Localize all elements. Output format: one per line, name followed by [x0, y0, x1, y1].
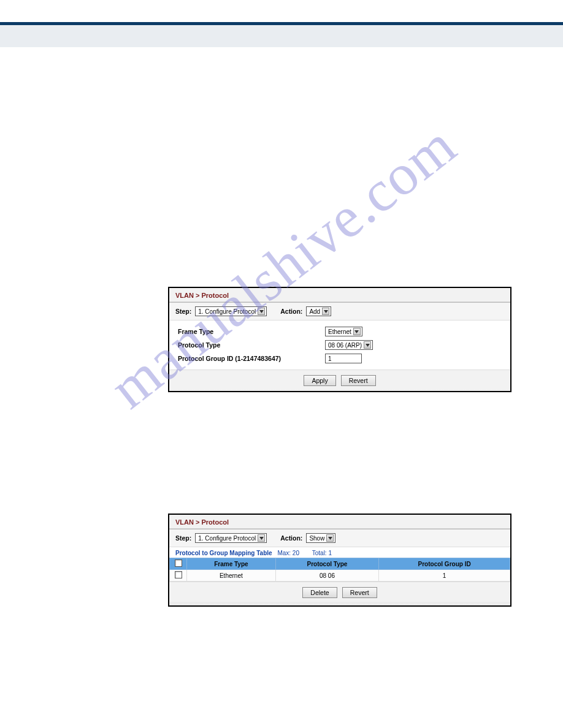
form-body: Frame Type Ethernet Protocol Type 08 06 … [169, 320, 510, 370]
step-select[interactable]: 1. Configure Protocol [195, 533, 267, 543]
step-select[interactable]: 1. Configure Protocol [195, 306, 267, 316]
svg-marker-3 [366, 344, 370, 347]
table-total: Total: 1 [312, 550, 332, 556]
protocol-group-id-input[interactable]: 1 [325, 354, 362, 363]
button-row: Apply Revert [169, 370, 510, 390]
step-select-value: 1. Configure Protocol [198, 535, 256, 542]
svg-marker-1 [324, 310, 328, 313]
action-label: Action: [280, 308, 302, 315]
table-header-row: Frame Type Protocol Type Protocol Group … [170, 558, 510, 570]
svg-marker-2 [354, 330, 359, 333]
frame-type-label: Frame Type [178, 328, 325, 335]
chevron-down-icon [258, 534, 265, 542]
cell-group-id: 1 [379, 570, 510, 582]
chevron-down-icon [326, 534, 334, 542]
row-checkbox[interactable] [175, 571, 182, 578]
cell-protocol-type: 08 06 [275, 570, 378, 582]
revert-button[interactable]: Revert [342, 587, 377, 598]
frame-type-value: Ethernet [328, 328, 351, 335]
breadcrumb: VLAN > Protocol [169, 515, 510, 528]
frame-type-select[interactable]: Ethernet [325, 327, 362, 336]
action-select-value: Add [309, 308, 320, 315]
step-action-row: Step: 1. Configure Protocol Action: Add [169, 303, 510, 320]
chevron-down-icon [364, 341, 371, 349]
chevron-down-icon [258, 308, 265, 315]
chevron-down-icon [322, 308, 329, 315]
protocol-type-select[interactable]: 08 06 (ARP) [325, 340, 373, 350]
table-row: Ethernet 08 06 1 [170, 570, 510, 582]
action-select[interactable]: Show [306, 533, 335, 543]
step-action-row: Step: 1. Configure Protocol Action: Show [169, 529, 510, 547]
col-frame-type: Frame Type [187, 558, 276, 570]
chevron-down-icon [353, 328, 361, 335]
svg-marker-4 [259, 537, 264, 540]
cell-frame-type: Ethernet [187, 570, 276, 582]
revert-button[interactable]: Revert [341, 375, 376, 386]
table-title: Protocol to Group Mapping Table [175, 550, 272, 556]
col-protocol-type: Protocol Type [275, 558, 378, 570]
step-label: Step: [175, 308, 191, 315]
action-label: Action: [280, 534, 302, 542]
action-select-value: Show [309, 535, 324, 542]
delete-button[interactable]: Delete [302, 587, 337, 598]
table-title-row: Protocol to Group Mapping Table Max: 20 … [169, 547, 510, 558]
table-max: Max: 20 [277, 550, 299, 556]
button-row: Delete Revert [169, 582, 510, 602]
apply-button[interactable]: Apply [304, 375, 335, 386]
protocol-config-panel-add: VLAN > Protocol Step: 1. Configure Proto… [168, 287, 511, 392]
step-select-value: 1. Configure Protocol [198, 308, 256, 315]
col-protocol-group-id: Protocol Group ID [379, 558, 510, 570]
protocol-type-value: 08 06 (ARP) [328, 342, 362, 349]
protocol-config-panel-show: VLAN > Protocol Step: 1. Configure Proto… [168, 514, 511, 607]
select-all-checkbox[interactable] [175, 559, 182, 567]
svg-marker-5 [328, 537, 332, 540]
protocol-type-label: Protocol Type [178, 341, 325, 349]
protocol-group-id-label: Protocol Group ID (1-2147483647) [178, 355, 325, 362]
protocol-mapping-table: Frame Type Protocol Type Protocol Group … [169, 558, 510, 582]
page-header-band [0, 25, 563, 47]
step-label: Step: [175, 534, 191, 542]
breadcrumb: VLAN > Protocol [169, 288, 510, 301]
action-select[interactable]: Add [306, 306, 331, 316]
svg-marker-0 [259, 310, 264, 313]
